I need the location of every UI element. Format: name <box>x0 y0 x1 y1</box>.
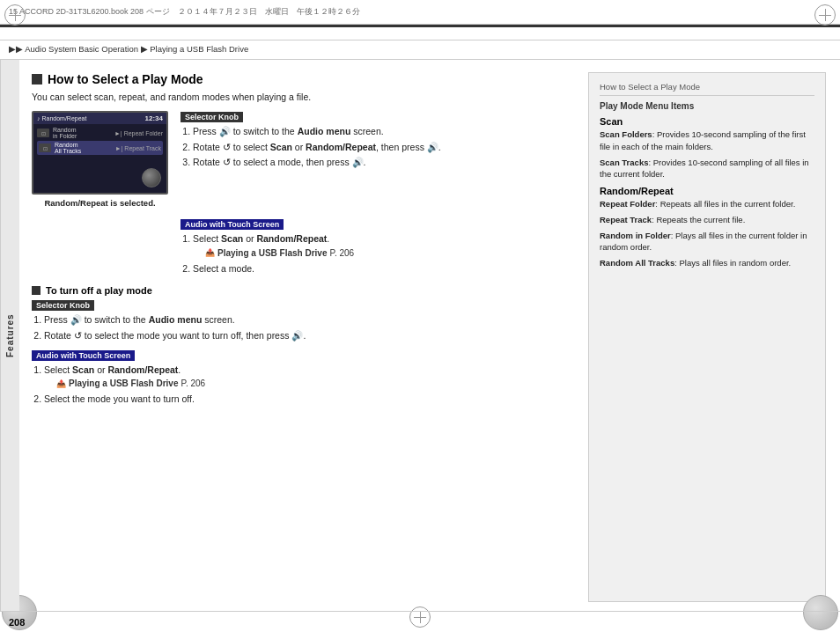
right-panel: How to Select a Play Mode Play Mode Menu… <box>588 72 826 602</box>
section-title: How to Select a Play Mode <box>48 72 203 86</box>
knob <box>142 168 161 187</box>
sub-step-2: Rotate ↺ to select the mode you want to … <box>44 329 574 342</box>
page-header: 15 ACCORD 2D-31T3L6200.book 208 ページ ２０１４… <box>0 0 840 25</box>
sidebar-tab: Features <box>0 60 19 611</box>
link-ref-1: 📤 Playing a USB Flash Drive P. 206 <box>205 247 574 260</box>
sub-touch-step-1: Select Scan or Random/Repeat. 📤 Playing … <box>44 364 574 391</box>
sub-touch-screen-box: Audio with Touch Screen Select Scan or R… <box>32 349 574 406</box>
touch-screen-box-main: Audio with Touch Screen Select Scan or R… <box>181 218 574 275</box>
scan-item-1: Scan Folders: Provides 10-second samplin… <box>600 129 814 153</box>
step-1: Press 🔊 to switch to the Audio menu scre… <box>193 125 574 138</box>
link-arrow: 📤 <box>205 247 215 259</box>
screen-row-1: ⊡ Randomin Folder ►| Repeat Folder <box>37 127 163 139</box>
row-icon-1: ⊡ <box>37 129 49 137</box>
row-label-2: RandomAll Tracks <box>55 142 81 154</box>
step-2: Rotate ↺ to select Scan or Random/Repeat… <box>193 141 574 154</box>
step-3: Rotate ↺ to select a mode, then press 🔊. <box>193 156 574 169</box>
scan-item-2: Scan Tracks: Provides 10-second sampling… <box>600 157 814 181</box>
sub-heading: To turn off a play mode <box>32 285 574 296</box>
link-text: Playing a USB Flash Drive <box>217 247 328 260</box>
screen-mock: ♪ Random/Repeat 12:34 ⊡ Randomin Folder … <box>32 111 168 195</box>
selector-knob-label: Selector Knob <box>181 112 243 122</box>
section-icon <box>32 74 42 85</box>
page-number: 208 <box>9 617 25 628</box>
sub-title: To turn off a play mode <box>46 285 152 296</box>
main-layout: Features How to Select a Play Mode You c… <box>0 60 840 611</box>
screen-caption: Random/Repeat is selected. <box>32 198 168 208</box>
sub-touch-screen-label: Audio with Touch Screen <box>32 350 135 361</box>
row-label-1: Randomin Folder <box>53 127 77 139</box>
page-footer: 208 <box>0 611 840 632</box>
screen-header: ♪ Random/Repeat 12:34 <box>33 113 166 124</box>
intro-text: You can select scan, repeat, and random … <box>32 92 574 102</box>
rr-item-4: Random All Tracks: Plays all files in ra… <box>600 257 814 269</box>
right-panel-title: How to Select a Play Mode <box>600 82 814 96</box>
screen-time: 12:34 <box>145 114 163 122</box>
link-page: P. 206 <box>330 247 355 260</box>
row-badge-2: ►| Repeat Track <box>115 145 161 151</box>
rr-item-2: Repeat Track: Repeats the current file. <box>600 214 814 226</box>
sub-touch-step-2: Select the mode you want to turn off. <box>44 393 574 406</box>
breadcrumb-arrow1: ▶▶ <box>9 44 23 54</box>
sub-selector-knob-box: Selector Knob Press 🔊 to switch to the A… <box>32 299 574 342</box>
sidebar-label: Features <box>5 313 15 357</box>
corner-decoration-tl <box>4 4 26 26</box>
sub-selector-knob-label: Selector Knob <box>32 300 94 311</box>
corner-decoration-tr <box>814 4 836 26</box>
breadcrumb-item-2: Playing a USB Flash Drive <box>150 44 248 54</box>
rr-item-3: Random in Folder: Plays all files in the… <box>600 230 814 254</box>
left-content: How to Select a Play Mode You can select… <box>32 72 574 602</box>
screen-body: ⊡ Randomin Folder ►| Repeat Folder ⊡ Ran… <box>33 124 166 158</box>
link-page-2: P. 206 <box>181 378 206 390</box>
screen-row-2: ⊡ RandomAll Tracks ►| Repeat Track <box>37 141 163 155</box>
content-area: How to Select a Play Mode You can select… <box>19 60 840 611</box>
header-text: 15 ACCORD 2D-31T3L6200.book 208 ページ ２０１４… <box>9 6 360 18</box>
sub-section: To turn off a play mode Selector Knob Pr… <box>32 285 574 406</box>
selector-knob-box: Selector Knob Press 🔊 to switch to the A… <box>181 111 574 172</box>
touch-screen-steps: Select Scan or Random/Repeat. 📤 Playing … <box>181 232 574 275</box>
selector-knob-steps: Press 🔊 to switch to the Audio menu scre… <box>181 125 574 169</box>
sub-icon <box>32 286 41 295</box>
link-arrow-2: 📤 <box>56 378 66 390</box>
breadcrumb-arrow2: ▶ <box>141 44 148 54</box>
sub-selector-steps: Press 🔊 to switch to the Audio menu scre… <box>32 313 574 342</box>
right-panel-subtitle: Play Mode Menu Items <box>600 101 814 111</box>
breadcrumb: ▶▶ Audio System Basic Operation ▶ Playin… <box>0 40 840 60</box>
section-heading: How to Select a Play Mode <box>32 72 574 86</box>
breadcrumb-item-1: Audio System Basic Operation <box>25 44 138 54</box>
sub-touch-steps: Select Scan or Random/Repeat. 📤 Playing … <box>32 364 574 406</box>
top-bar <box>0 25 840 40</box>
link-text-2: Playing a USB Flash Drive <box>69 378 179 390</box>
row-badge-1: ►| Repeat Folder <box>114 130 163 136</box>
link-ref-2: 📤 Playing a USB Flash Drive P. 206 <box>56 378 574 390</box>
scan-heading: Scan <box>600 116 814 127</box>
touch-step-2: Select a mode. <box>193 262 574 276</box>
screen-title: ♪ Random/Repeat <box>37 115 86 121</box>
touch-screen-label: Audio with Touch Screen <box>181 219 284 230</box>
touch-step-1: Select Scan or Random/Repeat. 📤 Playing … <box>193 232 574 260</box>
row-icon-2: ⊡ <box>39 143 51 152</box>
sub-step-1: Press 🔊 to switch to the Audio menu scre… <box>44 313 574 327</box>
rr-item-1: Repeat Folder: Repeats all files in the … <box>600 198 814 210</box>
random-repeat-heading: Random/Repeat <box>600 186 814 196</box>
